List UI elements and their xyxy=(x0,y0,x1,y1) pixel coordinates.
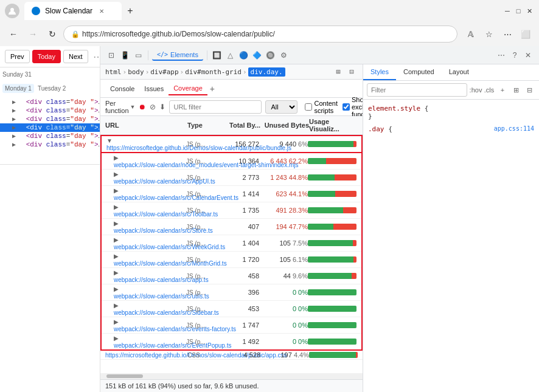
memory-icon[interactable]: 🔵 xyxy=(238,49,250,61)
all-select[interactable]: All JS CSS xyxy=(265,100,297,114)
calendar-days: Monday 1 Tuesday 2 xyxy=(0,81,100,95)
back-button[interactable]: ← xyxy=(5,26,22,43)
more-styles-icon[interactable]: ⊞ xyxy=(510,84,522,96)
row-type: JS (p... xyxy=(186,240,220,247)
table-row[interactable]: ▶ webpack://slow-calendar/src/CalendarEv… xyxy=(102,186,361,202)
more-icon[interactable]: ⋯ xyxy=(499,26,516,43)
row-type: JS (p... xyxy=(186,256,220,263)
scrollbar-thumb[interactable] xyxy=(106,374,143,378)
console-tab[interactable]: Console xyxy=(105,83,139,95)
read-aloud-icon[interactable]: 𝔸 xyxy=(462,26,479,43)
table-row[interactable]: ▼ https://microsoftedge.github.io/Demos/… xyxy=(100,135,363,153)
cls-button[interactable]: .cls xyxy=(483,84,495,96)
url-filter-input[interactable] xyxy=(169,100,262,114)
add-panel-button[interactable]: + xyxy=(207,84,217,94)
dock-icon[interactable]: ⊞ xyxy=(332,66,344,78)
issues-tab[interactable]: Issues xyxy=(139,83,169,95)
screen-icon[interactable]: ⊟ xyxy=(346,66,358,78)
styles-filter-row: :hov .cls + ⊞ ⊟ xyxy=(363,81,539,100)
row-viz xyxy=(308,289,356,295)
security-icon[interactable]: 🔘 xyxy=(265,49,277,61)
table-row[interactable]: https://microsoftedge.github.io/Demos/sl… xyxy=(100,351,363,360)
today-button[interactable]: Today xyxy=(32,50,61,63)
table-row[interactable]: ▶ webpack://slow-calendar/src/MonthGrid.… xyxy=(102,252,361,268)
tab-close-button[interactable]: ✕ xyxy=(97,7,106,15)
elements-panel-tab[interactable]: </> Elements xyxy=(152,50,203,61)
table-row[interactable]: ▶ webpack://slow-calendar/src/Toolbar.ts… xyxy=(102,202,361,219)
css-source-link[interactable]: app.css:114 xyxy=(494,125,534,132)
table-row[interactable]: ▶ webpack://slow-calendar/src/EventPopup… xyxy=(102,334,361,351)
table-row[interactable]: ▶ webpack://slow-calendar/src/app.ts JS … xyxy=(102,268,361,284)
sidebar-toggle-icon[interactable]: ⬜ xyxy=(517,26,534,43)
settings-icon2[interactable]: ⚙ xyxy=(278,49,290,61)
more-devtools-icon[interactable]: ⋯ xyxy=(495,49,507,61)
new-tab-button[interactable]: + xyxy=(122,2,139,19)
bc-div-month-grid[interactable]: div#month-grid xyxy=(185,68,242,76)
row-url: ▼ https://microsoftedge.github.io/Demos/… xyxy=(106,137,186,151)
horizontal-scrollbar[interactable] xyxy=(100,373,363,379)
layout-icon[interactable]: ▭ xyxy=(132,49,144,61)
add-style-icon[interactable]: + xyxy=(496,84,509,96)
performance-icon[interactable]: △ xyxy=(224,49,237,61)
row-url: ▶ webpack://slow-calendar/src/Sidebar.ts xyxy=(114,301,186,316)
settings-style-icon[interactable]: ⊟ xyxy=(523,84,535,96)
table-row[interactable]: ▶ webpack://slow-calendar/src/events-fac… xyxy=(102,317,361,334)
prev-button[interactable]: Prev xyxy=(5,50,30,63)
feedback-icon[interactable]: ? xyxy=(509,49,521,61)
bc-body[interactable]: body xyxy=(128,68,144,76)
close-devtools-icon[interactable]: ✕ xyxy=(522,49,534,61)
day-mon[interactable]: Monday 1 xyxy=(2,84,34,93)
styles-tab[interactable]: Styles xyxy=(363,64,396,80)
forward-button[interactable]: → xyxy=(24,26,41,43)
table-row[interactable]: ▶ webpack://slow-calendar/src/WeekGrid.t… xyxy=(102,235,361,252)
bc-div-app[interactable]: div#app xyxy=(150,68,178,76)
record-button[interactable]: ⏺ xyxy=(139,100,146,114)
close-button[interactable]: ✕ xyxy=(524,6,534,16)
bc-div-day[interactable]: div.day. xyxy=(248,67,285,77)
table-row[interactable]: ▶ webpack://slow-calendar/src/Sidebar.ts… xyxy=(102,301,361,317)
minimize-button[interactable]: ─ xyxy=(502,6,512,16)
styles-filter-input[interactable] xyxy=(367,83,467,97)
show-excluded-check[interactable] xyxy=(343,103,350,111)
row-type: JS (p... xyxy=(186,191,220,198)
table-row[interactable]: ▶ webpack://slow-calendar/src/AppUI.ts J… xyxy=(102,170,361,186)
day-tue[interactable]: Tuesday 2 xyxy=(35,84,68,93)
bc-html[interactable]: html xyxy=(105,68,122,76)
css-selector: element.style xyxy=(368,105,425,112)
favorites-icon[interactable]: ☆ xyxy=(481,26,498,43)
show-excluded-checkbox[interactable]: Show excluded functions xyxy=(343,96,363,118)
hov-button[interactable]: :hov xyxy=(470,84,482,96)
maximize-button[interactable]: □ xyxy=(513,6,523,16)
next-button[interactable]: Next xyxy=(63,50,88,63)
row-viz xyxy=(308,240,356,246)
url-input[interactable]: 🔒 https://microsoftedge.github.io/Demos/… xyxy=(63,26,457,43)
inspect-icon[interactable]: ⊡ xyxy=(105,49,117,61)
row-viz xyxy=(308,191,356,197)
html-line-2: ▶ <div class="day ">… </div> xyxy=(0,106,100,115)
layout-tab[interactable]: Layout xyxy=(442,64,476,80)
row-viz xyxy=(308,273,356,279)
table-row[interactable]: ▶ webpack://slow-calendar/src/utils.ts J… xyxy=(102,284,361,301)
table-row[interactable]: ▶ webpack://slow-calendar/src/Store.ts J… xyxy=(102,219,361,235)
dropdown-arrow: ▼ xyxy=(130,104,136,110)
row-total: 2 773 xyxy=(220,174,259,181)
account-icon[interactable] xyxy=(5,4,19,18)
device-icon[interactable]: 📱 xyxy=(119,49,131,61)
row-total: 1 720 xyxy=(220,256,259,263)
content-scripts-check[interactable] xyxy=(305,103,312,111)
row-url: ▶ webpack://slow-calendar/node_modules/e… xyxy=(114,154,186,168)
download-button[interactable]: ⬇ xyxy=(159,100,165,114)
separator2 xyxy=(207,50,207,60)
row-viz xyxy=(308,339,356,345)
application-icon[interactable]: 🔷 xyxy=(251,49,263,61)
table-row[interactable]: ▶ webpack://slow-calendar/node_modules/e… xyxy=(102,153,361,170)
per-function-dropdown[interactable]: Per function ▼ xyxy=(105,100,135,114)
network-icon[interactable]: 🔲 xyxy=(211,49,223,61)
refresh-button[interactable]: ↻ xyxy=(44,26,61,43)
computed-tab[interactable]: Computed xyxy=(396,64,442,80)
content-scripts-checkbox[interactable]: Content scripts xyxy=(305,100,338,114)
coverage-tab[interactable]: Coverage xyxy=(169,82,207,95)
browser-toolbar: 𝔸 ☆ ⋯ ⬜ xyxy=(462,26,534,43)
browser-tab[interactable]: Slow Calendar ✕ xyxy=(24,2,122,20)
stop-button[interactable]: ⊘ xyxy=(150,100,156,114)
